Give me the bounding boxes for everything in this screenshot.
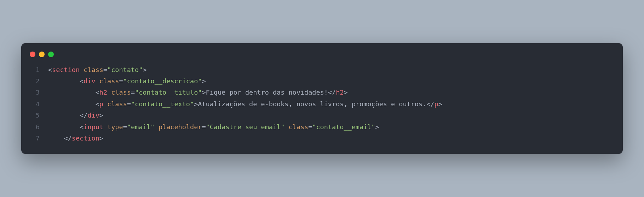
token-eq: = xyxy=(123,123,127,131)
line-content: <input type="email" placeholder="Cadastr… xyxy=(48,121,379,133)
token-str: "contato" xyxy=(107,66,143,73)
token-eq: = xyxy=(131,89,135,96)
token-attr: class xyxy=(111,89,131,96)
token-str: "contato__texto" xyxy=(131,100,194,108)
token-text xyxy=(103,100,107,108)
token-punc: > xyxy=(202,89,206,96)
token-text xyxy=(284,123,288,131)
line-number: 2 xyxy=(30,76,40,87)
line-content: <div class="contato__descricao"> xyxy=(48,76,206,87)
close-icon[interactable] xyxy=(30,52,35,57)
token-text: Atualizações de e-books, novos livros, p… xyxy=(198,100,426,108)
token-tag: div xyxy=(84,77,95,85)
token-punc: > xyxy=(194,100,198,108)
line-number: 6 xyxy=(30,121,40,133)
code-line: 2 <div class="contato__descricao"> xyxy=(21,76,623,87)
token-eq: = xyxy=(308,123,312,131)
token-punc: < xyxy=(96,100,99,108)
token-punc: > xyxy=(438,100,442,108)
token-attr: type xyxy=(107,123,123,131)
token-str: "email" xyxy=(127,123,155,131)
token-punc: > xyxy=(143,66,146,73)
token-punc: > xyxy=(99,135,103,142)
token-punc: < xyxy=(80,123,84,131)
code-line: 6 <input type="email" placeholder="Cadas… xyxy=(21,121,623,133)
token-attr: class xyxy=(99,77,119,85)
token-punc: > xyxy=(202,77,206,85)
code-line: 3 <h2 class="contato__titulo">Fique por … xyxy=(21,87,623,98)
token-text xyxy=(80,66,84,73)
token-tag: div xyxy=(87,112,99,119)
line-number: 7 xyxy=(30,133,40,144)
token-punc: > xyxy=(99,112,103,119)
token-punc: </ xyxy=(328,89,336,96)
line-number: 3 xyxy=(30,87,40,98)
line-content: </section> xyxy=(48,133,103,144)
token-eq: = xyxy=(202,123,206,131)
token-str: "contato__descricao" xyxy=(123,77,202,85)
token-punc: </ xyxy=(426,100,434,108)
token-tag: p xyxy=(435,100,438,108)
token-tag: h2 xyxy=(336,89,344,96)
token-punc: < xyxy=(80,77,84,85)
token-punc: </ xyxy=(80,112,87,119)
titlebar xyxy=(21,52,623,64)
token-attr: class xyxy=(84,66,103,73)
line-number: 5 xyxy=(30,110,40,121)
token-str: "contato__titulo" xyxy=(135,89,202,96)
token-text: Fique por dentro das novidades! xyxy=(206,89,328,96)
token-str: "contato__email" xyxy=(312,123,375,131)
token-attr: placeholder xyxy=(159,123,202,131)
token-punc: </ xyxy=(64,135,72,142)
token-text xyxy=(107,89,111,96)
token-tag: input xyxy=(84,123,103,131)
line-content: <h2 class="contato__titulo">Fique por de… xyxy=(48,87,348,98)
token-tag: section xyxy=(72,135,99,142)
line-content: </div> xyxy=(48,110,103,121)
code-line: 5 </div> xyxy=(21,110,623,121)
code-window: 1<section class="contato">2 <div class="… xyxy=(21,43,623,154)
token-punc: > xyxy=(375,123,379,131)
line-number: 4 xyxy=(30,98,40,110)
token-eq: = xyxy=(103,66,107,73)
code-line: 4 <p class="contato__texto">Atualizações… xyxy=(21,98,623,110)
token-eq: = xyxy=(119,77,123,85)
code-block[interactable]: 1<section class="contato">2 <div class="… xyxy=(21,64,623,144)
token-tag: h2 xyxy=(99,89,107,96)
token-text xyxy=(155,123,159,131)
line-content: <section class="contato"> xyxy=(48,64,146,76)
token-text xyxy=(103,123,107,131)
token-attr: class xyxy=(288,123,308,131)
token-punc: < xyxy=(96,89,99,96)
code-line: 1<section class="contato"> xyxy=(21,64,623,76)
line-number: 1 xyxy=(30,64,40,76)
token-punc: < xyxy=(48,66,52,73)
token-str: "Cadastre seu email" xyxy=(206,123,285,131)
minimize-icon[interactable] xyxy=(39,52,45,57)
line-content: <p class="contato__texto">Atualizações d… xyxy=(48,98,442,110)
token-tag: section xyxy=(52,66,80,73)
maximize-icon[interactable] xyxy=(48,52,54,57)
code-line: 7 </section> xyxy=(21,133,623,144)
token-eq: = xyxy=(127,100,131,108)
token-punc: > xyxy=(344,89,347,96)
token-text xyxy=(96,77,99,85)
token-tag: p xyxy=(99,100,103,108)
token-attr: class xyxy=(107,100,127,108)
